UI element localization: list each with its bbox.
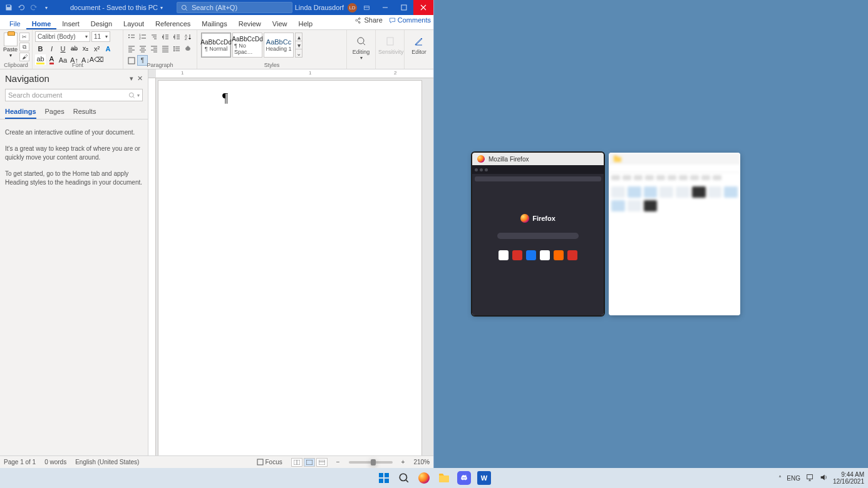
tab-help[interactable]: Help bbox=[292, 18, 318, 29]
multilevel-list-button[interactable] bbox=[148, 31, 159, 42]
web-layout-button[interactable] bbox=[316, 458, 328, 467]
save-icon[interactable] bbox=[4, 3, 14, 13]
account-user[interactable]: Linda Drausdorf LD bbox=[295, 3, 357, 13]
tray-language[interactable]: ENG bbox=[787, 475, 800, 482]
status-bar: Page 1 of 1 0 words English (United Stat… bbox=[0, 455, 433, 468]
nav-tab-results[interactable]: Results bbox=[73, 108, 96, 119]
tab-home[interactable]: Home bbox=[26, 18, 57, 29]
font-size-combo[interactable]: 11▾ bbox=[91, 31, 110, 42]
ribbon-display-button[interactable] bbox=[357, 0, 376, 15]
comments-button[interactable]: Comments bbox=[389, 16, 431, 24]
sort-button[interactable]: AZ bbox=[182, 31, 193, 42]
copy-button[interactable]: ⧉ bbox=[19, 43, 29, 51]
document-page[interactable]: ¶ bbox=[158, 81, 421, 455]
tray-chevron-icon[interactable]: ˄ bbox=[778, 475, 782, 482]
subscript-button[interactable]: x₂ bbox=[80, 43, 91, 54]
taskbar-search-button[interactable] bbox=[397, 471, 411, 485]
start-button[interactable] bbox=[377, 471, 391, 485]
horizontal-ruler[interactable]: 1 1 2 bbox=[148, 69, 433, 78]
main-area: Navigation ▾ ✕ Search document ▾ Heading… bbox=[0, 69, 433, 455]
editing-button[interactable] bbox=[353, 34, 370, 49]
tray-date: 12/16/2021 bbox=[833, 478, 864, 485]
styles-down-button[interactable]: ▾ bbox=[296, 41, 302, 49]
bullets-button[interactable] bbox=[126, 31, 137, 42]
ribbon: Paste ▾ ✂ ⧉ 🖌 Clipboard Calibri (Body)▾ … bbox=[0, 30, 433, 69]
document-title[interactable]: document - Saved to this PC▾ bbox=[70, 4, 163, 11]
taskbar-discord-button[interactable] bbox=[457, 471, 471, 485]
read-mode-button[interactable] bbox=[291, 458, 302, 467]
nav-search-input[interactable]: Search document ▾ bbox=[5, 89, 143, 101]
share-button[interactable]: Share bbox=[355, 16, 382, 24]
clipboard-group-label: Clipboard bbox=[0, 62, 32, 68]
windows-logo-icon bbox=[379, 473, 389, 483]
align-left-button[interactable] bbox=[126, 43, 137, 54]
qat-customize-icon[interactable]: ▾ bbox=[41, 3, 51, 13]
tray-network-icon[interactable] bbox=[805, 473, 814, 483]
tab-mailings[interactable]: Mailings bbox=[196, 18, 232, 29]
taskbar-file-explorer-button[interactable] bbox=[437, 471, 451, 485]
status-word-count[interactable]: 0 words bbox=[44, 459, 66, 465]
avatar: LD bbox=[348, 3, 357, 13]
taskbar-word-button[interactable]: W bbox=[477, 471, 491, 485]
shading-button[interactable] bbox=[182, 43, 193, 54]
tab-view[interactable]: View bbox=[267, 18, 293, 29]
superscript-button[interactable]: x² bbox=[91, 43, 102, 54]
paste-button[interactable]: Paste ▾ bbox=[3, 31, 18, 58]
align-center-button[interactable] bbox=[137, 43, 148, 54]
strikethrough-button[interactable]: ab bbox=[69, 43, 80, 54]
underline-button[interactable]: U bbox=[58, 43, 68, 54]
style-normal[interactable]: AaBbCcDd¶ Normal bbox=[201, 33, 231, 58]
justify-button[interactable] bbox=[160, 43, 170, 54]
undo-icon[interactable] bbox=[16, 3, 26, 13]
focus-mode-button[interactable]: Focus bbox=[257, 459, 282, 465]
tray-clock[interactable]: 9:44 AM 12/16/2021 bbox=[833, 471, 864, 485]
svg-point-18 bbox=[400, 474, 406, 480]
maximize-button[interactable] bbox=[395, 0, 413, 15]
status-page[interactable]: Page 1 of 1 bbox=[4, 459, 36, 465]
navigation-dropdown-icon[interactable]: ▾ bbox=[130, 74, 133, 83]
cut-button[interactable]: ✂ bbox=[19, 33, 29, 41]
print-layout-button[interactable] bbox=[304, 458, 315, 467]
styles-more-button[interactable]: ⌄ bbox=[296, 49, 302, 57]
line-spacing-button[interactable] bbox=[171, 43, 182, 54]
nav-tab-pages[interactable]: Pages bbox=[45, 108, 65, 119]
style-no-spacing[interactable]: AaBbCcDd¶ No Spac… bbox=[232, 33, 262, 58]
tab-design[interactable]: Design bbox=[85, 18, 118, 29]
decrease-indent-button[interactable] bbox=[160, 31, 170, 42]
snap-thumb-firefox[interactable]: Mozilla Firefox Firefox bbox=[472, 153, 604, 315]
redo-icon[interactable] bbox=[29, 3, 39, 13]
font-name-combo[interactable]: Calibri (Body)▾ bbox=[35, 31, 90, 42]
navigation-close-icon[interactable]: ✕ bbox=[137, 74, 143, 83]
zoom-out-button[interactable]: − bbox=[336, 459, 340, 465]
search-box[interactable]: Search (Alt+Q) bbox=[177, 2, 292, 13]
editor-button[interactable] bbox=[410, 34, 428, 49]
italic-button[interactable]: I bbox=[46, 43, 57, 54]
status-language[interactable]: English (United States) bbox=[75, 459, 139, 465]
minimize-button[interactable] bbox=[376, 0, 395, 15]
style-heading-1[interactable]: AaBbCcHeading 1 bbox=[264, 33, 294, 58]
bold-button[interactable]: B bbox=[35, 43, 46, 54]
tab-file[interactable]: File bbox=[4, 18, 26, 29]
titlebar: ▾ document - Saved to this PC▾ Search (A… bbox=[0, 0, 433, 15]
styles-up-button[interactable]: ▴ bbox=[296, 33, 302, 41]
snap-thumb-file-explorer[interactable] bbox=[609, 153, 740, 315]
taskbar-firefox-button[interactable] bbox=[417, 471, 431, 485]
firefox-icon bbox=[477, 155, 485, 163]
text-effects-button[interactable]: A bbox=[103, 43, 113, 54]
close-button[interactable] bbox=[413, 0, 433, 15]
tab-insert[interactable]: Insert bbox=[56, 18, 85, 29]
tray-volume-icon[interactable] bbox=[819, 473, 828, 483]
format-painter-button[interactable]: 🖌 bbox=[19, 53, 29, 61]
tab-layout[interactable]: Layout bbox=[118, 18, 150, 29]
document-surface[interactable]: 1 1 2 ¶ bbox=[148, 69, 433, 455]
zoom-slider[interactable] bbox=[349, 461, 393, 464]
increase-indent-button[interactable] bbox=[171, 31, 182, 42]
vertical-ruler[interactable] bbox=[148, 78, 156, 455]
search-icon bbox=[128, 92, 135, 99]
align-right-button[interactable] bbox=[148, 43, 159, 54]
zoom-in-button[interactable]: + bbox=[401, 459, 405, 465]
tab-review[interactable]: Review bbox=[233, 18, 267, 29]
numbering-button[interactable]: 12 bbox=[137, 31, 148, 42]
tab-references[interactable]: References bbox=[150, 18, 196, 29]
nav-tab-headings[interactable]: Headings bbox=[5, 108, 36, 119]
